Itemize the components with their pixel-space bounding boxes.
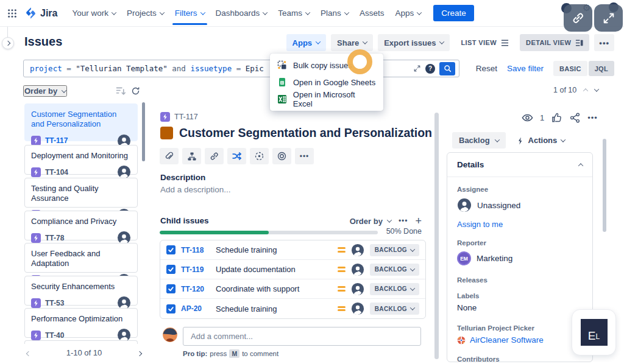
issue-summary[interactable]: Update documentation bbox=[216, 265, 332, 274]
issue-title[interactable]: Customer Segmentation and Personalizatio… bbox=[179, 126, 432, 140]
child-issue-row[interactable]: TT-119 Update documentation BACKLOG bbox=[160, 260, 425, 279]
refresh-icon[interactable] bbox=[131, 86, 140, 96]
child-issue-row[interactable]: TT-120 Coordinate with support BACKLOG bbox=[160, 279, 425, 299]
jql-editor[interactable]: project = "Tellurian Template" and issue… bbox=[23, 60, 459, 77]
app-switcher-icon[interactable] bbox=[7, 9, 17, 18]
epic-list-item[interactable]: Compliance and Privacy TT-78 bbox=[24, 211, 138, 240]
share-icon[interactable] bbox=[569, 112, 581, 124]
issue-key[interactable]: TT-119 bbox=[181, 265, 210, 274]
status-focus-button[interactable] bbox=[250, 148, 269, 164]
apps-button[interactable]: Apps bbox=[286, 34, 327, 51]
nav-dashboards[interactable]: Dashboards bbox=[211, 5, 272, 21]
nav-teams[interactable]: Teams bbox=[273, 5, 314, 21]
issue-key[interactable]: AP-20 bbox=[181, 304, 210, 313]
assignee-avatar-icon[interactable] bbox=[351, 302, 364, 315]
page-title: Issues bbox=[24, 35, 62, 49]
more-toolbar-button[interactable]: ••• bbox=[295, 148, 314, 164]
child-order-by-dropdown[interactable]: Order by bbox=[350, 217, 391, 226]
issue-summary[interactable]: Coordinate with support bbox=[216, 284, 332, 293]
watchers-eye-icon[interactable] bbox=[522, 112, 533, 124]
add-child-issue-button[interactable]: + bbox=[415, 215, 422, 226]
epic-list-item[interactable]: Deployment and Monitoring TT-104 bbox=[24, 145, 138, 175]
reporter-field[interactable]: EM Marketing bbox=[457, 251, 583, 265]
expand-editor-icon[interactable] bbox=[413, 65, 421, 72]
menu-item-excel[interactable]: Open in Microsoft Excel bbox=[270, 91, 383, 108]
sidebar-scrollbar[interactable] bbox=[142, 102, 145, 161]
issue-key[interactable]: TT-120 bbox=[181, 285, 210, 293]
app-shortcut-button[interactable] bbox=[227, 148, 246, 164]
nav-apps[interactable]: Apps bbox=[390, 5, 426, 21]
nav-plans[interactable]: Plans bbox=[316, 5, 353, 21]
prev-page-button[interactable] bbox=[27, 348, 30, 357]
add-child-button[interactable] bbox=[182, 148, 201, 164]
assignee-avatar-icon bbox=[117, 165, 131, 179]
main-scrollbar[interactable] bbox=[434, 113, 439, 359]
jql-mode-button[interactable]: JQL bbox=[589, 61, 614, 76]
reset-button[interactable]: Reset bbox=[476, 64, 497, 73]
pager-up-icon[interactable] bbox=[583, 88, 588, 93]
epic-list-item[interactable]: Testing and Quality Assurance TT-91 bbox=[24, 178, 138, 208]
save-filter-button[interactable]: Save filter bbox=[507, 64, 544, 73]
more-actions-button[interactable]: ••• bbox=[594, 34, 614, 51]
menu-item-google-sheets[interactable]: Open in Google Sheets bbox=[270, 74, 383, 91]
nav-assets[interactable]: Assets bbox=[355, 5, 389, 21]
epic-list-item[interactable]: Customer Segmentation and Personalizatio… bbox=[24, 103, 138, 141]
comment-input[interactable] bbox=[183, 327, 421, 346]
assignee-field[interactable]: Unassigned bbox=[457, 198, 583, 212]
basic-mode-button[interactable]: BASIC bbox=[553, 61, 587, 76]
issue-summary[interactable]: Schedule training bbox=[216, 304, 332, 313]
progress-bar bbox=[160, 231, 378, 234]
create-button[interactable]: Create bbox=[433, 5, 474, 21]
details-header[interactable]: Details bbox=[447, 153, 592, 177]
expand-sidebar-button[interactable] bbox=[2, 37, 14, 49]
status-dropdown[interactable]: BACKLOG bbox=[370, 264, 419, 276]
nav-your-work[interactable]: Your work bbox=[67, 5, 121, 21]
export-issues-button[interactable]: Export issues bbox=[378, 34, 450, 51]
status-dropdown[interactable]: BACKLOG bbox=[370, 303, 419, 315]
vote-thumbs-up-icon[interactable] bbox=[551, 112, 562, 124]
jira-logo[interactable]: Jira bbox=[24, 7, 57, 19]
recorder-expand-button[interactable] bbox=[594, 4, 623, 32]
labels-value[interactable]: None bbox=[457, 303, 583, 312]
status-dropdown[interactable]: BACKLOG bbox=[370, 283, 419, 295]
assign-to-me-link[interactable]: Assign to me bbox=[457, 220, 503, 229]
run-query-button[interactable] bbox=[439, 62, 455, 75]
next-page-button[interactable] bbox=[138, 348, 141, 357]
project-picker-field: AirCleaner Software bbox=[457, 335, 583, 345]
issue-status-dropdown[interactable]: Backlog bbox=[452, 132, 506, 149]
assignee-avatar-icon[interactable] bbox=[351, 263, 364, 276]
description-placeholder[interactable]: Add a description... bbox=[160, 185, 231, 194]
sort-direction-icon[interactable] bbox=[116, 86, 126, 96]
attach-button[interactable] bbox=[160, 148, 179, 164]
pager-down-icon[interactable] bbox=[594, 86, 599, 91]
menu-item-bulk-copy[interactable]: Bulk copy issues bbox=[270, 57, 383, 74]
epic-color-swatch[interactable] bbox=[160, 127, 173, 139]
epic-list-item[interactable]: User Feedback and Adaptation TT-66 bbox=[24, 243, 138, 273]
project-picker-link[interactable]: AirCleaner Software bbox=[470, 335, 544, 345]
actions-dropdown[interactable]: Actions bbox=[517, 132, 566, 149]
order-by-dropdown[interactable]: Order by bbox=[23, 85, 67, 97]
child-more-button[interactable]: ••• bbox=[399, 217, 408, 225]
detail-view-toggle[interactable]: DETAIL VIEW bbox=[520, 34, 589, 51]
target-button[interactable] bbox=[272, 148, 291, 164]
share-button[interactable]: Share bbox=[331, 34, 373, 51]
pager-label: 1 of 10 bbox=[553, 86, 576, 94]
nav-projects[interactable]: Projects bbox=[122, 5, 169, 21]
more-issue-actions-icon[interactable]: ••• bbox=[587, 113, 598, 122]
nav-filters[interactable]: Filters bbox=[170, 5, 210, 21]
details-scrollbar[interactable] bbox=[603, 139, 606, 232]
link-issue-button[interactable] bbox=[205, 148, 224, 164]
issue-summary[interactable]: Schedule training bbox=[216, 245, 332, 254]
assignee-avatar-icon[interactable] bbox=[351, 282, 364, 296]
breadcrumb-key[interactable]: TT-117 bbox=[174, 113, 198, 121]
assignee-avatar-icon[interactable] bbox=[351, 243, 364, 257]
epic-list-item[interactable]: Performance Optimization TT-40 bbox=[24, 308, 138, 338]
syntax-help-icon[interactable]: ? bbox=[425, 64, 435, 74]
recorder-link-button[interactable] bbox=[564, 4, 592, 32]
status-dropdown[interactable]: BACKLOG bbox=[370, 244, 419, 256]
epic-list-item[interactable]: Security Enhancements TT-53 bbox=[24, 276, 138, 306]
child-issue-row[interactable]: TT-118 Schedule training BACKLOG bbox=[160, 240, 425, 260]
list-view-toggle[interactable]: LIST VIEW bbox=[455, 34, 515, 51]
issue-key[interactable]: TT-118 bbox=[181, 246, 210, 254]
child-issue-row[interactable]: AP-20 Schedule training BACKLOG bbox=[160, 299, 425, 318]
